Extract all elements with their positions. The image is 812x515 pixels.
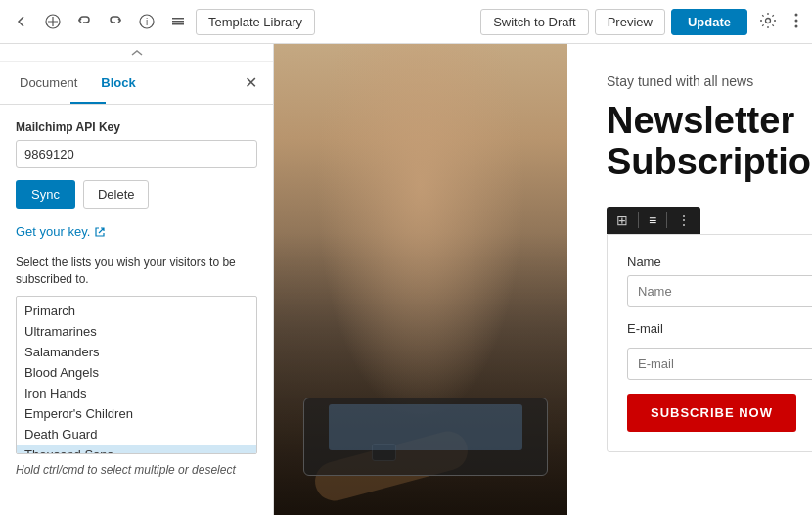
- form-icon[interactable]: ⊞: [612, 211, 632, 230]
- list-item[interactable]: Primarch: [17, 301, 256, 321]
- sync-button[interactable]: Sync: [16, 180, 75, 209]
- list-item[interactable]: Ultramarines: [17, 321, 256, 342]
- toolbar-right: Switch to Draft Preview Update: [480, 6, 804, 38]
- sidebar-panel: Document Block ✕ Mailchimp API Key Sync …: [0, 44, 274, 515]
- panel-tabs: Document Block ✕: [0, 62, 273, 105]
- svg-point-9: [795, 24, 798, 27]
- redo-button[interactable]: [102, 8, 129, 35]
- separator: [666, 212, 667, 228]
- svg-rect-3: [172, 18, 184, 20]
- svg-text:i: i: [146, 17, 148, 27]
- svg-point-7: [795, 13, 798, 16]
- page-preview: Stay tuned with all news Newsletter Subs…: [274, 44, 812, 515]
- list-container: Primarch Ultramarines Salamanders Blood …: [16, 296, 257, 454]
- list-scroll-area[interactable]: Primarch Ultramarines Salamanders Blood …: [17, 297, 256, 453]
- list-item[interactable]: Blood Angels: [17, 362, 256, 383]
- more-icon[interactable]: ⋮: [673, 211, 695, 230]
- mailchimp-label: Mailchimp API Key: [16, 120, 257, 134]
- wordpress-icon-button[interactable]: [39, 8, 67, 35]
- tab-document[interactable]: Document: [12, 68, 85, 98]
- list-item[interactable]: Emperor's Children: [17, 403, 256, 424]
- list-inner: Primarch Ultramarines Salamanders Blood …: [17, 297, 256, 453]
- list-item[interactable]: Death Guard: [17, 424, 256, 445]
- toolbar-left: i Template Library: [8, 8, 480, 35]
- list-item[interactable]: Salamanders: [17, 342, 256, 362]
- content-section: Stay tuned with all news Newsletter Subs…: [567, 44, 812, 515]
- page-inner: Stay tuned with all news Newsletter Subs…: [274, 44, 812, 515]
- main-area: Document Block ✕ Mailchimp API Key Sync …: [0, 44, 812, 515]
- template-library-button[interactable]: Template Library: [196, 9, 315, 35]
- back-button[interactable]: [8, 8, 35, 35]
- form-container: Name E-mail Required SUBSCRIBE NOW: [607, 234, 812, 452]
- separator: [638, 212, 639, 228]
- form-block-toolbar: ⊞ ≡ ⋮: [607, 207, 700, 234]
- toolbar: i Template Library Switch to Draft Previ…: [0, 0, 812, 44]
- api-key-input[interactable]: [16, 140, 257, 168]
- panel-content: Mailchimp API Key Sync Delete Get your k…: [0, 105, 273, 515]
- hero-image: [274, 44, 567, 515]
- settings-icon-button[interactable]: [753, 6, 783, 38]
- hint-text: Hold ctrl/cmd to select multiple or dese…: [16, 462, 257, 479]
- align-icon[interactable]: ≡: [645, 211, 660, 230]
- panel-close-button[interactable]: ✕: [241, 70, 261, 96]
- info-button[interactable]: i: [133, 8, 160, 35]
- get-key-link[interactable]: Get your key.: [16, 224, 106, 239]
- delete-button[interactable]: Delete: [83, 180, 150, 209]
- email-label: E-mail: [627, 321, 663, 336]
- name-label: Name: [627, 255, 812, 269]
- external-link-icon: [94, 226, 106, 238]
- undo-button[interactable]: [70, 8, 98, 35]
- list-instruction-text: Select the lists you wish your visitors …: [16, 255, 257, 288]
- list-item-thousand-sons[interactable]: Thousand Sons: [17, 445, 256, 453]
- more-options-button[interactable]: [789, 7, 804, 37]
- subscribe-button[interactable]: SUBSCRIBE NOW: [627, 394, 796, 432]
- content-title: Newsletter Subscription: [607, 101, 812, 183]
- name-input[interactable]: [627, 275, 812, 307]
- tab-block[interactable]: Block: [93, 68, 143, 98]
- svg-rect-4: [172, 21, 184, 23]
- update-button[interactable]: Update: [671, 9, 747, 35]
- svg-rect-5: [172, 23, 184, 25]
- svg-point-8: [795, 19, 798, 22]
- email-row-header: E-mail Required: [627, 321, 812, 342]
- svg-point-6: [766, 18, 771, 23]
- preview-button[interactable]: Preview: [595, 9, 665, 35]
- tablet-visual: [303, 398, 548, 476]
- action-buttons: Sync Delete: [16, 180, 257, 209]
- content-area: Stay tuned with all news Newsletter Subs…: [274, 44, 812, 515]
- person-image: [274, 44, 567, 515]
- list-item[interactable]: Iron Hands: [17, 383, 256, 403]
- menu-button[interactable]: [164, 8, 192, 35]
- content-subtitle: Stay tuned with all news: [607, 73, 812, 89]
- email-input[interactable]: [627, 348, 812, 380]
- switch-draft-button[interactable]: Switch to Draft: [480, 9, 589, 35]
